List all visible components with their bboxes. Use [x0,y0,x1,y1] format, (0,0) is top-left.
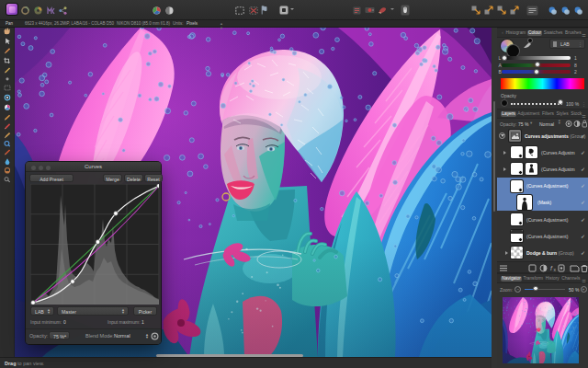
svg-text:x: x [554,267,557,272]
